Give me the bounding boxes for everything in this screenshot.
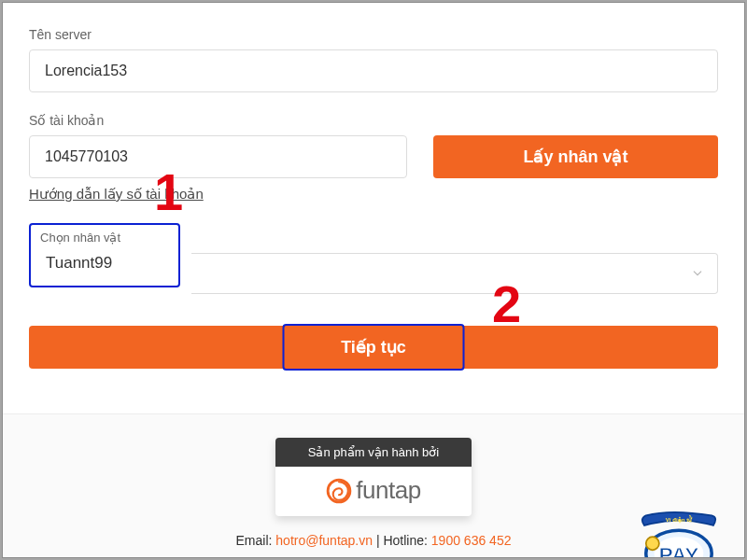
hotline-link[interactable]: 1900 636 452 [431,533,512,548]
server-label: Tên server [29,27,718,42]
svg-point-0 [328,480,350,502]
account-help-link[interactable]: Hướng dẫn lấy số tài khoản [29,186,204,203]
hotline-label: Hotline: [383,533,427,548]
chevron-down-icon [691,267,704,280]
server-input[interactable] [29,49,718,92]
fetch-character-button[interactable]: Lấy nhân vật [433,135,718,178]
contact-line: Email: hotro@funtap.vn | Hotline: 1900 6… [3,533,744,548]
contact-sep: | [376,533,380,548]
footer: Sản phẩm vận hành bởi funtap Email: hotr… [3,421,744,558]
server-group: Tên server [29,27,718,92]
account-group: Số tài khoản Lấy nhân vật Hướng dẫn lấy … [29,113,718,203]
brand-tagline: Sản phẩm vận hành bởi [275,438,472,467]
continue-button[interactable]: Tiếp tục [29,326,718,369]
character-dropdown[interactable] [191,253,718,294]
continue-wrap: Tiếp tục [29,326,718,369]
email-label: Email: [236,533,273,548]
brand-name: funtap [356,476,420,505]
brand-box: Sản phẩm vận hành bởi funtap [275,438,472,516]
account-input[interactable] [29,135,407,178]
footer-separator [3,413,744,421]
svg-text:Ví điện tử: Ví điện tử [666,514,694,524]
account-label: Số tài khoản [29,113,718,128]
character-highlight: Chọn nhân vật Tuannt99 [29,223,180,287]
character-label: Chọn nhân vật [40,231,169,245]
swirl-icon [326,478,352,504]
form-card: Tên server Số tài khoản Lấy nhân vật Hướ… [2,2,745,558]
character-selected: Tuannt99 [40,252,169,274]
form-content: Tên server Số tài khoản Lấy nhân vật Hướ… [3,3,744,369]
email-link[interactable]: hotro@funtap.vn [275,533,373,548]
brand-body: funtap [275,467,472,516]
character-group: Chọn nhân vật Tuannt99 [29,223,718,307]
account-row: Lấy nhân vật [29,135,718,178]
